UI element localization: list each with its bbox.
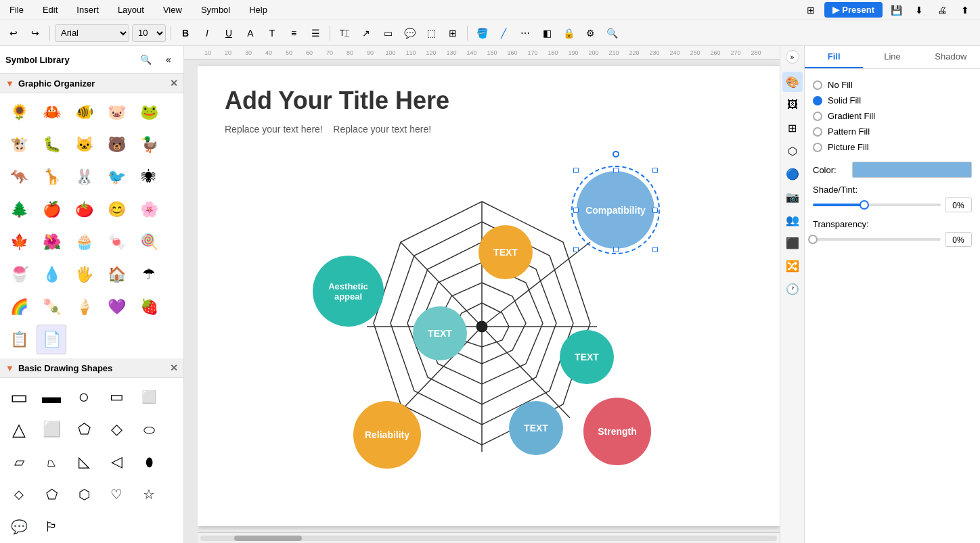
symbol-candy[interactable]: 🍬 <box>102 227 131 257</box>
sidebar-search-button[interactable]: 🔍 <box>136 50 155 69</box>
symbol-crab[interactable]: 🦀 <box>37 97 66 127</box>
node-text-4[interactable]: TEXT <box>509 401 563 455</box>
lock-button[interactable]: 🔒 <box>559 24 578 43</box>
transparency-slider-track[interactable] <box>813 238 941 241</box>
shape-oval[interactable]: ⬭ <box>134 415 164 444</box>
symbol-tree[interactable]: 🌲 <box>4 195 34 225</box>
radio-solid-fill[interactable] <box>813 96 822 105</box>
screen-icon[interactable]: ⊞ <box>801 1 820 20</box>
symbol-hibiscus[interactable]: 🌺 <box>37 227 66 257</box>
symbol-lollipop[interactable]: 🍭 <box>134 227 164 257</box>
menu-help[interactable]: Help <box>245 2 271 18</box>
shape-pentagon[interactable]: ⬠ <box>69 415 99 444</box>
menu-insert[interactable]: Insert <box>72 2 103 18</box>
symbol-giraffe[interactable]: 🦒 <box>37 162 66 192</box>
font-size-select[interactable]: 10 12 14 16 18 <box>132 24 166 42</box>
symbol-icecream[interactable]: 🍦 <box>69 292 99 322</box>
symbol-smiley[interactable]: 😊 <box>102 195 131 225</box>
italic-button[interactable]: I <box>198 24 217 43</box>
fill-color-button[interactable]: 🪣 <box>472 24 491 43</box>
symbol-flower[interactable]: 🌸 <box>134 195 164 225</box>
share-icon[interactable]: ⬆ <box>956 1 975 20</box>
shape-hexagon[interactable]: ⬡ <box>69 479 99 509</box>
object-panel-icon[interactable]: 🔵 <box>782 164 803 184</box>
font-color-button[interactable]: A <box>241 24 260 43</box>
shape-square[interactable]: ▭ <box>4 382 34 412</box>
section-close-icon[interactable]: ✕ <box>170 78 178 89</box>
symbol-document[interactable]: 📄 <box>37 325 66 354</box>
menu-layout[interactable]: Layout <box>114 2 148 18</box>
symbol-tomato[interactable]: 🍅 <box>69 195 99 225</box>
undo-button[interactable]: ↩ <box>4 24 23 43</box>
group-panel-icon[interactable]: 👥 <box>782 210 803 230</box>
bold-button[interactable]: B <box>176 24 195 43</box>
group-button[interactable]: ⬚ <box>422 24 441 43</box>
symbol-fish[interactable]: 🐠 <box>69 97 99 127</box>
arrange-button[interactable]: ⊞ <box>443 24 462 43</box>
radio-gradient-fill[interactable] <box>813 112 822 121</box>
node-reliability[interactable]: Reliability <box>353 401 421 469</box>
node-compatibility[interactable]: Compatibility <box>577 171 654 249</box>
shape-diamond[interactable]: ◇ <box>102 415 131 444</box>
shape-button[interactable]: ▭ <box>378 24 397 43</box>
symbol-sunflower[interactable]: 🌻 <box>4 97 34 127</box>
shuffle-panel-icon[interactable]: 🔀 <box>782 256 803 276</box>
option-gradient-fill[interactable]: Gradient Fill <box>813 108 972 124</box>
shape-star[interactable]: ☆ <box>134 479 164 509</box>
radio-pattern-fill[interactable] <box>813 127 822 137</box>
align-button[interactable]: ≡ <box>284 24 303 43</box>
tab-shadow[interactable]: Shadow <box>922 46 980 68</box>
scroll-thumb[interactable] <box>234 536 302 541</box>
menu-edit[interactable]: Edit <box>39 2 62 18</box>
photo-panel-icon[interactable]: 📷 <box>782 187 803 207</box>
diagram-title[interactable]: Add Your Title Here <box>225 87 449 115</box>
color-picker[interactable] <box>852 162 972 178</box>
shape-banner[interactable]: 🏳 <box>37 512 66 542</box>
symbol-clipboard[interactable]: 📋 <box>4 325 34 354</box>
node-strength[interactable]: Strength <box>583 398 651 465</box>
section-close-icon2[interactable]: ✕ <box>170 362 178 373</box>
symbol-frog[interactable]: 🐸 <box>134 97 164 127</box>
shade-slider-thumb[interactable] <box>860 200 869 210</box>
shade-slider-track[interactable] <box>813 204 941 206</box>
menu-view[interactable]: View <box>159 2 186 18</box>
list-button[interactable]: ☰ <box>306 24 325 43</box>
symbol-umbrella[interactable]: ☂ <box>134 260 164 289</box>
symbol-rabbit[interactable]: 🐰 <box>69 162 99 192</box>
option-pattern-fill[interactable]: Pattern Fill <box>813 124 972 139</box>
present-button[interactable]: ▶ Present <box>824 2 883 18</box>
symbol-leaf[interactable]: 🍁 <box>4 227 34 257</box>
symbol-cupcake[interactable]: 🧁 <box>69 227 99 257</box>
shape-parallelogram[interactable]: ▱ <box>4 447 34 477</box>
tab-line[interactable]: Line <box>863 46 921 68</box>
shape-wide-rect[interactable]: ⬜ <box>134 382 164 412</box>
grid-panel-icon[interactable]: ⊞ <box>782 118 803 138</box>
symbol-heart[interactable]: 💜 <box>102 292 131 322</box>
font-family-select[interactable]: Arial <box>55 24 129 42</box>
format-panel-icon[interactable]: ⬛ <box>782 233 803 253</box>
node-text-3[interactable]: TEXT <box>560 330 614 384</box>
sidebar-collapse-button[interactable]: « <box>159 50 178 69</box>
tab-fill[interactable]: Fill <box>805 46 863 68</box>
line-style-button[interactable]: ⋯ <box>516 24 535 43</box>
symbol-cow[interactable]: 🐮 <box>4 130 34 160</box>
shape-right-tri[interactable]: ◺ <box>69 447 99 477</box>
option-solid-fill[interactable]: Solid Fill <box>813 93 972 108</box>
basic-drawing-header[interactable]: ▼ Basic Drawing Shapes ✕ <box>0 358 183 378</box>
shape-rounded2[interactable]: ⬜ <box>37 415 66 444</box>
history-panel-icon[interactable]: 🕐 <box>782 279 803 299</box>
option-no-fill[interactable]: No Fill <box>813 77 972 93</box>
node-text-2[interactable]: TEXT <box>413 306 467 360</box>
symbol-house[interactable]: 🏠 <box>102 260 131 289</box>
expand-panel-button[interactable]: » <box>786 50 799 64</box>
shape-stadium[interactable]: ⬮ <box>134 447 164 477</box>
shape-rounded-rect[interactable]: ▭ <box>102 382 131 412</box>
line-color-button[interactable]: ╱ <box>494 24 513 43</box>
shape-triangle[interactable]: △ <box>4 415 34 444</box>
image-panel-icon[interactable]: 🖼 <box>782 95 803 115</box>
symbol-strawberry[interactable]: 🍓 <box>134 292 164 322</box>
symbol-apple[interactable]: 🍎 <box>37 195 66 225</box>
diagram-subtitle[interactable]: Replace your text here! Replace your tex… <box>225 124 431 135</box>
transparency-slider-thumb[interactable] <box>808 235 818 244</box>
shadow-button[interactable]: ◧ <box>537 24 556 43</box>
